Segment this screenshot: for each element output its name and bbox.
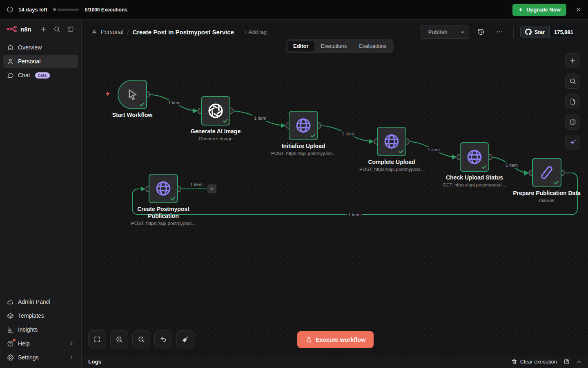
file-icon xyxy=(569,98,576,105)
publish-button[interactable]: Publish xyxy=(420,25,456,38)
node-create-postmypost-publication[interactable]: Create Postmypost Publication POST: http… xyxy=(149,174,178,203)
sidebar-item-insights[interactable]: Insights xyxy=(3,323,78,336)
split-panel-icon xyxy=(569,119,576,126)
header-divider xyxy=(513,27,514,37)
tab-editor[interactable]: Editor xyxy=(287,41,314,52)
sidebar-item-label: Insights xyxy=(18,326,38,333)
connection-items-label: 1 item xyxy=(347,212,362,218)
sidebar-item-label: Settings xyxy=(18,354,39,361)
expand-logs-button[interactable] xyxy=(576,359,582,365)
sidebar-nav: Overview Personal Chat beta xyxy=(0,38,81,85)
chevron-up-icon xyxy=(576,359,582,365)
success-check-icon xyxy=(170,196,176,201)
upgrade-now-button[interactable]: Upgrade Now xyxy=(512,4,566,16)
sidebar-item-help[interactable]: Help xyxy=(3,337,78,350)
node-subtitle: Generate Image xyxy=(169,136,263,141)
node-subtitle: POST: https://api.postmypost... xyxy=(256,151,350,156)
publish-options-button[interactable] xyxy=(456,25,469,38)
sidebar-logo-row: n8n xyxy=(0,20,81,38)
sidebar-item-admin-panel[interactable]: Admin Panel xyxy=(3,295,78,308)
add-tag-button[interactable]: + Add tag xyxy=(244,29,267,35)
beta-badge: beta xyxy=(35,72,50,79)
add-node-plus-button[interactable] xyxy=(207,184,216,193)
add-node-button[interactable] xyxy=(565,53,580,68)
pop-out-logs-button[interactable] xyxy=(564,359,570,365)
logs-title: Logs xyxy=(88,359,101,365)
connection-items-label: 1 item xyxy=(504,162,519,168)
sidebar-item-chat[interactable]: Chat beta xyxy=(3,69,78,82)
node-label: Generate AI Image xyxy=(169,128,263,135)
success-check-icon xyxy=(310,133,316,138)
success-check-icon xyxy=(481,164,487,170)
sparkle-icon xyxy=(569,139,577,147)
sticky-note-button[interactable] xyxy=(565,94,580,109)
success-check-icon xyxy=(399,149,404,154)
node-complete-upload[interactable]: Complete Upload POST: https://api.postmy… xyxy=(377,127,406,156)
clear-execution-button[interactable]: Clear execution xyxy=(511,359,557,365)
chevron-down-icon xyxy=(460,29,465,35)
undo-button[interactable] xyxy=(154,330,172,348)
connection-items-label: 1 item xyxy=(252,115,268,121)
node-label: Check Upload Status xyxy=(428,174,521,181)
plus-icon xyxy=(569,57,576,64)
person-icon xyxy=(7,58,14,65)
node-initialize-upload[interactable]: Initialize Upload POST: https://api.post… xyxy=(289,111,318,140)
sidebar-item-personal[interactable]: Personal xyxy=(3,55,78,68)
node-check-upload-status[interactable]: Check Upload Status GET: https://api.pos… xyxy=(460,142,489,172)
sidebar-item-templates[interactable]: Templates xyxy=(3,309,78,322)
tab-evaluations[interactable]: Evaluations xyxy=(353,41,392,52)
collapse-sidebar-icon[interactable] xyxy=(65,24,76,34)
trial-progress-bar xyxy=(53,8,79,11)
zoom-in-button[interactable] xyxy=(110,330,128,348)
globe-icon xyxy=(383,133,400,150)
sidebar-item-overview[interactable]: Overview xyxy=(3,41,78,54)
plus-icon xyxy=(209,186,214,191)
bar-chart-icon xyxy=(7,326,14,333)
sidebar-item-label: Personal xyxy=(18,58,40,65)
execute-workflow-button[interactable]: Execute workflow xyxy=(297,331,374,348)
search-icon[interactable] xyxy=(52,24,62,34)
github-star-widget[interactable]: Star 175,881 xyxy=(520,26,578,38)
sidebar-item-label: Chat xyxy=(18,72,30,79)
globe-icon xyxy=(155,180,172,197)
home-icon xyxy=(7,44,14,51)
success-check-icon xyxy=(139,102,145,107)
new-workflow-icon[interactable] xyxy=(38,24,49,34)
node-start-workflow[interactable]: Start Workflow xyxy=(118,80,147,109)
zoom-out-button[interactable] xyxy=(132,330,150,348)
publish-split-button: Publish xyxy=(420,25,469,39)
sidebar: n8n Overview Personal Cha xyxy=(0,20,82,368)
view-tabs: Editor Executions Evaluations xyxy=(286,39,394,53)
node-label: Prepare Publication Data xyxy=(500,190,588,197)
logs-panel-header[interactable]: Logs Clear execution xyxy=(82,355,588,368)
chevron-right-icon xyxy=(69,355,74,360)
zoom-to-fit-button[interactable] xyxy=(88,330,106,348)
n8n-logo xyxy=(7,25,18,33)
tab-executions[interactable]: Executions xyxy=(315,41,353,52)
executions-quota: 0/1000 Executions xyxy=(85,7,127,13)
more-options-button[interactable] xyxy=(493,25,507,39)
trigger-pin-icon xyxy=(105,89,111,98)
toggle-panel-button[interactable] xyxy=(565,114,580,130)
cloud-icon xyxy=(7,298,14,305)
node-prepare-publication-data[interactable]: Prepare Publication Data manual xyxy=(532,158,561,187)
sidebar-item-settings[interactable]: Settings xyxy=(3,351,78,364)
sidebar-item-label: Overview xyxy=(18,44,42,51)
pop-out-icon xyxy=(564,359,570,365)
close-banner-icon[interactable] xyxy=(575,7,581,13)
node-label: Start Workflow xyxy=(85,112,179,119)
workflow-title[interactable]: Create Post in Postmypost Service xyxy=(132,29,234,36)
workflow-canvas[interactable]: 1 item 1 item 1 item 1 item 1 item 1 ite… xyxy=(82,44,588,355)
gear-icon xyxy=(7,354,14,361)
breadcrumb-separator: / xyxy=(127,29,129,36)
node-label: Initialize Upload xyxy=(256,143,350,150)
node-subtitle: POST: https://api.postmypost... xyxy=(116,221,210,226)
breadcrumb-project[interactable]: Personal xyxy=(101,29,123,35)
person-icon xyxy=(91,29,97,35)
chat-icon xyxy=(7,72,14,79)
workflow-history-button[interactable] xyxy=(474,25,488,39)
tidy-up-button[interactable] xyxy=(176,330,194,348)
ai-assistant-button[interactable] xyxy=(565,135,580,150)
canvas-search-button[interactable] xyxy=(565,74,580,89)
node-generate-ai-image[interactable]: Generate AI Image Generate Image xyxy=(201,96,230,126)
